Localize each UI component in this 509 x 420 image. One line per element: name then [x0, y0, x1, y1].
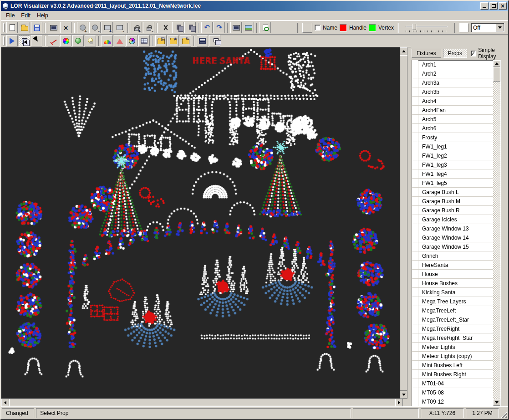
background-picture-button[interactable] [243, 22, 254, 33]
prop-row-selector[interactable] [412, 124, 418, 133]
list-scrollbar[interactable] [493, 60, 500, 406]
screen-options-button[interactable] [230, 22, 242, 33]
prop-row[interactable]: Mini Bushes Right [412, 370, 493, 379]
prop-row[interactable]: Garage Icicles [412, 215, 493, 224]
undo-button[interactable]: ↶ [201, 22, 213, 33]
prop-row[interactable]: Arch2 [412, 69, 493, 78]
draw-grid-button[interactable] [138, 35, 150, 46]
prop-row[interactable]: Arch3b [412, 87, 493, 97]
prop-row-selector[interactable] [412, 324, 418, 333]
prop-row-selector[interactable] [412, 315, 418, 324]
prop-row[interactable]: FW1_leg5 [412, 179, 493, 188]
blank-color-button[interactable] [302, 23, 312, 33]
paste-button[interactable] [184, 22, 196, 33]
prop-row[interactable]: Garage Bush M [412, 197, 493, 206]
menu-edit[interactable]: Edit [18, 11, 34, 20]
prop-row[interactable]: Garage Window 14 [412, 233, 493, 242]
prop-row-selector[interactable] [412, 270, 418, 278]
list-scroll-down-button[interactable] [493, 399, 500, 406]
prop-row-selector[interactable] [412, 97, 418, 105]
prop-row[interactable]: Arch1 [412, 60, 493, 69]
scroll-right-button[interactable] [395, 399, 403, 406]
prop-row-selector[interactable] [412, 69, 418, 78]
prop-row[interactable]: House Bushes [412, 279, 493, 288]
prop-row-selector[interactable] [412, 60, 418, 69]
minimize-button[interactable] [480, 2, 489, 10]
prop-row-selector[interactable] [412, 370, 418, 379]
resize-grip[interactable] [501, 411, 507, 418]
draw-cone-button[interactable] [114, 35, 125, 46]
export-screen-button[interactable] [48, 22, 59, 33]
prop-row-selector[interactable] [412, 242, 418, 251]
prop-row[interactable]: Arch5 [412, 115, 493, 124]
lock-button[interactable]: + [131, 22, 142, 33]
pointer-button[interactable] [31, 35, 42, 46]
tab-props[interactable]: Props [443, 49, 467, 58]
new-document-button[interactable] [6, 22, 18, 33]
layout-canvas[interactable] [1, 47, 400, 399]
maximize-button[interactable] [489, 2, 498, 10]
prop-row[interactable]: HereSanta [412, 261, 493, 270]
close-button[interactable]: × [499, 2, 507, 10]
menu-help[interactable]: Help [34, 11, 51, 20]
prop-row[interactable]: Meteor Lights [412, 343, 493, 352]
prop-row[interactable]: Frosty [412, 133, 493, 142]
prop-row[interactable]: Garage Window 13 [412, 224, 493, 233]
slider-thumb[interactable] [412, 24, 416, 30]
prop-row[interactable]: Garage Bush L [412, 188, 493, 197]
prop-row-selector[interactable] [412, 78, 418, 87]
prop-row-selector[interactable] [412, 306, 418, 315]
prop-row[interactable]: FW1_leg3 [412, 160, 493, 169]
select-prop-button[interactable] [19, 35, 30, 46]
toolbar-grip[interactable] [3, 36, 5, 46]
prop-row[interactable]: Arch6 [412, 124, 493, 133]
list-view-button[interactable] [197, 35, 208, 46]
draw-rainbow-button[interactable] [102, 35, 113, 46]
prop-row-selector[interactable] [412, 233, 418, 242]
redo-button[interactable]: ↷ [214, 22, 225, 33]
mode-dropdown[interactable]: Off [471, 23, 504, 32]
list-scroll-up-button[interactable] [493, 60, 500, 67]
prop-row-selector[interactable] [412, 343, 418, 351]
open-file-button[interactable] [19, 22, 30, 33]
prop-row-selector[interactable] [412, 297, 418, 306]
prop-row[interactable]: MT01-04 [412, 379, 493, 388]
prop-row[interactable]: Meteor Lights (copy) [412, 352, 493, 361]
prop-row[interactable]: MegaTreeLeft_Star [412, 315, 493, 324]
add-circle-button[interactable]: + [77, 22, 88, 33]
prop-row-selector[interactable] [412, 179, 418, 187]
draw-line-button[interactable] [48, 35, 59, 46]
prop-row-selector[interactable] [412, 215, 418, 224]
prop-row-selector[interactable] [412, 251, 418, 260]
prop-row-selector[interactable] [412, 288, 418, 297]
open-prop-button[interactable]: ◫ [155, 35, 167, 46]
horizontal-scrollbar[interactable] [1, 399, 403, 406]
cut-button[interactable] [160, 22, 171, 33]
prop-row[interactable]: MegaTreeLeft [412, 306, 493, 315]
prop-row-selector[interactable] [412, 142, 418, 151]
prop-row-selector[interactable] [412, 224, 418, 233]
dropdown-button[interactable] [496, 24, 504, 31]
handle-color-swatch[interactable] [340, 24, 347, 31]
color-wheel-button[interactable] [60, 35, 71, 46]
scroll-up-button[interactable] [400, 47, 407, 55]
add-rectangle-button[interactable]: + [102, 22, 113, 33]
prop-row-selector[interactable] [412, 197, 418, 205]
prop-row[interactable]: Mega Tree Layers [412, 297, 493, 306]
prop-row-selector[interactable] [412, 115, 418, 123]
unlock-button[interactable]: - [143, 22, 154, 33]
zoom-slider[interactable] [405, 22, 448, 33]
prop-row-selector[interactable] [412, 151, 418, 160]
delete-button[interactable]: × [60, 22, 71, 33]
horizontal-scroll-thumb[interactable] [9, 399, 395, 406]
prop-row-selector[interactable] [412, 160, 418, 169]
prop-row-selector[interactable] [412, 379, 418, 388]
prop-row[interactable]: MegaTreeRight_Star [412, 333, 493, 343]
prop-row-selector[interactable] [412, 188, 418, 196]
edit-prop-button[interactable]: ✎ [180, 35, 191, 46]
draw-spinner-button[interactable] [126, 35, 137, 46]
cascade-windows-button[interactable] [209, 35, 220, 46]
prop-row[interactable]: MT09-12 [412, 397, 493, 406]
prop-row-selector[interactable] [412, 206, 418, 215]
prop-row[interactable]: Arch4 [412, 97, 493, 106]
